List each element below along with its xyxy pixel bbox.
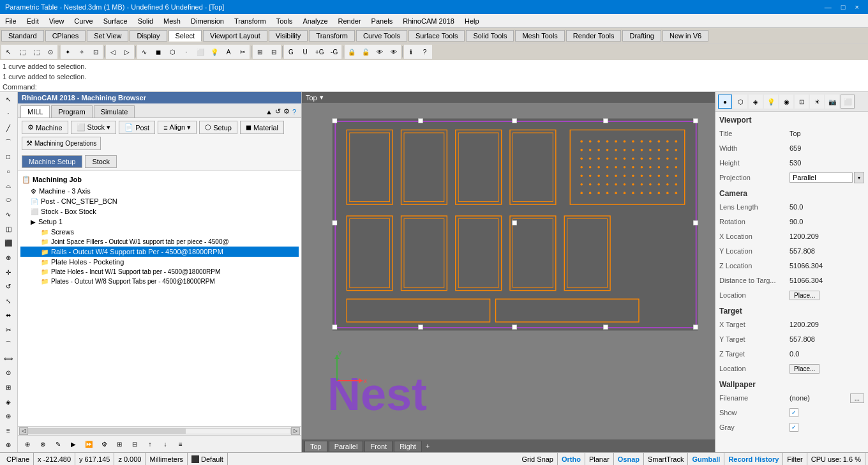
- tool-pick-filter[interactable]: ⊟: [267, 45, 281, 59]
- tool-sel-clipping[interactable]: ✂: [236, 45, 250, 59]
- vtab-right[interactable]: Right: [394, 441, 422, 452]
- right-icon-env[interactable]: ◉: [779, 95, 793, 109]
- tool-filter[interactable]: ⊞: [253, 45, 267, 59]
- tool-arrow[interactable]: ↖: [1, 45, 15, 59]
- tool-sel-curves[interactable]: ∿: [137, 45, 151, 59]
- cam-btn9[interactable]: ↑: [143, 437, 157, 451]
- btn-align[interactable]: ≡ Align ▾: [158, 121, 197, 134]
- tab-setview[interactable]: Set View: [87, 30, 128, 42]
- tool-group[interactable]: G: [284, 45, 298, 59]
- status-grid-snap[interactable]: Grid Snap: [518, 453, 558, 465]
- tgt-place-btn[interactable]: Place...: [789, 364, 819, 374]
- btn-machining-ops[interactable]: ⚒ Machining Operations: [22, 137, 101, 150]
- tool-arc[interactable]: ⌓: [0, 178, 17, 193]
- menu-solid[interactable]: Solid: [133, 16, 158, 26]
- tool-fillet[interactable]: ⌒: [0, 337, 17, 352]
- menu-tools[interactable]: Tools: [271, 16, 298, 26]
- tree-plate-holes-incut[interactable]: 📁 Plate Holes - Incut W/1 Support tab pe…: [20, 267, 299, 277]
- tool-sel-previous[interactable]: ◁: [106, 45, 120, 59]
- tool-crossing-select[interactable]: ⬚: [29, 45, 43, 59]
- menu-file[interactable]: File: [0, 16, 22, 26]
- right-icon-sun[interactable]: ☀: [810, 95, 824, 109]
- tool-remove-group[interactable]: -G: [327, 45, 341, 59]
- cam-settings-icon[interactable]: ⚙: [283, 107, 290, 116]
- section-stock[interactable]: Stock: [85, 155, 117, 168]
- cam-btn11[interactable]: ≡: [174, 437, 188, 451]
- tool-select-all[interactable]: ✦: [61, 45, 75, 59]
- close-btn[interactable]: ×: [851, 3, 863, 11]
- tab-standard[interactable]: Standard: [1, 30, 44, 42]
- tool-sel-meshes[interactable]: ⬡: [165, 45, 179, 59]
- tab-mesh-tools[interactable]: Mesh Tools: [515, 30, 564, 42]
- tree-plates-outcut[interactable]: 📁 Plates - Outcut W/8 Support Tabs per -…: [20, 277, 299, 286]
- tool-boolean[interactable]: ⊕: [0, 250, 17, 265]
- tree-rails[interactable]: 📁 Rails - Outcut W/4 Support tab Per - 4…: [20, 247, 299, 257]
- menu-render[interactable]: Render: [333, 16, 366, 26]
- tab-visibility[interactable]: Visibility: [269, 30, 308, 42]
- menu-panels[interactable]: Panels: [366, 16, 398, 26]
- tree-machine[interactable]: ⚙ Machine - 3 Axis: [20, 186, 299, 196]
- tool-sel-next[interactable]: ▷: [120, 45, 134, 59]
- tool-show[interactable]: 👁: [387, 45, 401, 59]
- tool-sel-lights[interactable]: 💡: [207, 45, 221, 59]
- tool-rect[interactable]: □: [0, 149, 17, 164]
- right-icon-color[interactable]: ●: [718, 95, 732, 109]
- command-input[interactable]: [39, 83, 167, 91]
- tree-post[interactable]: 📄 Post - CNC_STEP_BCN: [20, 196, 299, 206]
- menu-view[interactable]: View: [44, 16, 70, 26]
- tool-ellipse[interactable]: ⬭: [0, 193, 17, 208]
- cam-tab-program[interactable]: Program: [51, 105, 92, 118]
- vtab-parallel[interactable]: Parallel: [329, 441, 364, 452]
- right-icon-light[interactable]: 💡: [764, 95, 778, 109]
- cam-tab-mill[interactable]: MILL: [20, 105, 50, 118]
- tab-surface-tools[interactable]: Surface Tools: [408, 30, 465, 42]
- status-gumball[interactable]: Gumball: [688, 453, 724, 465]
- viewport-dropdown-arrow[interactable]: ▾: [320, 93, 324, 102]
- tool-edit-pts[interactable]: ⊛: [0, 409, 17, 423]
- vtab-front[interactable]: Front: [364, 441, 393, 452]
- menu-edit[interactable]: Edit: [22, 16, 44, 26]
- scroll-right[interactable]: ▷: [291, 427, 300, 435]
- right-icon-object[interactable]: ⬡: [733, 95, 747, 109]
- tool-point[interactable]: ·: [0, 107, 17, 121]
- tab-curve-tools[interactable]: Curve Tools: [356, 30, 407, 42]
- menu-help[interactable]: Help: [460, 16, 484, 26]
- cam-scrollbar[interactable]: ◁ ▷: [18, 426, 301, 435]
- cam-btn6[interactable]: ⚙: [97, 437, 111, 451]
- proj-dropdown-arrow-icon[interactable]: ▾: [854, 172, 864, 183]
- tool-analyze-icon[interactable]: ≡: [0, 423, 17, 438]
- tool-move[interactable]: ✛: [0, 265, 17, 280]
- vtab-add[interactable]: +: [423, 441, 432, 452]
- tool-extra[interactable]: ⊕: [0, 438, 17, 453]
- status-record-history[interactable]: Record History: [724, 453, 783, 465]
- menu-surface[interactable]: Surface: [98, 16, 133, 26]
- tool-polyline[interactable]: ⌒: [0, 135, 17, 150]
- cam-btn5[interactable]: ⏩: [82, 437, 96, 451]
- status-smart-track[interactable]: SmartTrack: [644, 453, 688, 465]
- tool-window-select[interactable]: ⬚: [15, 45, 29, 59]
- btn-stock[interactable]: ⬜ Stock ▾: [71, 121, 117, 134]
- status-planar[interactable]: Planar: [585, 453, 614, 465]
- cam-btn2[interactable]: ⊗: [36, 437, 50, 451]
- tree-setup1[interactable]: ▶ Setup 1: [20, 217, 299, 227]
- tab-solid-tools[interactable]: Solid Tools: [466, 30, 514, 42]
- tool-line[interactable]: ╱: [0, 121, 17, 135]
- tab-drafting[interactable]: Drafting: [622, 30, 661, 42]
- tool-lasso[interactable]: ⊙: [43, 45, 57, 59]
- filename-browse-btn[interactable]: ...: [850, 393, 864, 403]
- tool-circle[interactable]: ○: [0, 164, 17, 179]
- tool-sel-annotations[interactable]: A: [221, 45, 236, 59]
- show-checkbox[interactable]: ✓: [789, 408, 798, 417]
- right-icon-cam2[interactable]: 📷: [825, 95, 839, 109]
- vtab-top[interactable]: Top: [304, 441, 327, 452]
- maximize-btn[interactable]: □: [837, 3, 849, 11]
- status-filter[interactable]: Filter: [783, 453, 807, 465]
- scroll-thumb[interactable]: [29, 429, 186, 434]
- cam-btn7[interactable]: ⊞: [112, 437, 126, 451]
- scroll-left[interactable]: ◁: [19, 427, 28, 435]
- tab-cplanes[interactable]: CPlanes: [45, 30, 86, 42]
- tool-trim[interactable]: ✂: [0, 323, 17, 337]
- cam-btn8[interactable]: ⊟: [128, 437, 142, 451]
- status-osnap[interactable]: Osnap: [614, 453, 644, 465]
- gray-checkbox[interactable]: ✓: [789, 423, 798, 432]
